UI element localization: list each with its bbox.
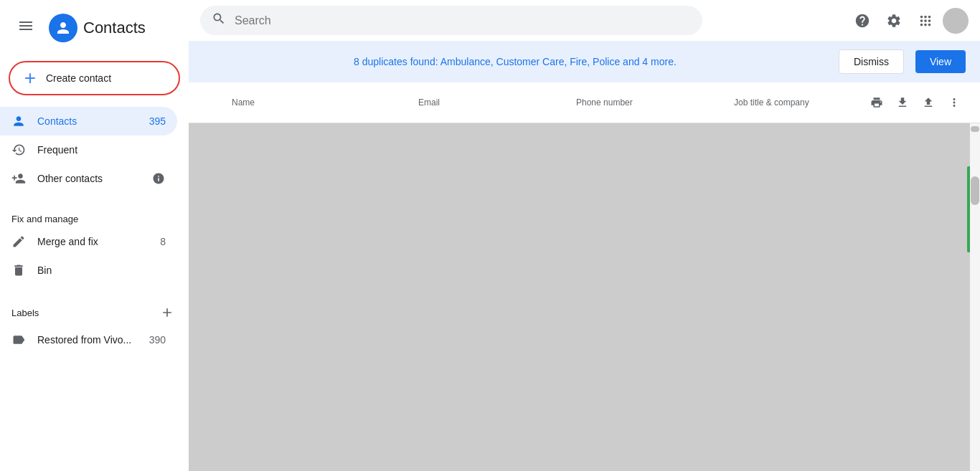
divider-1	[0, 199, 189, 199]
search-icon	[212, 11, 226, 29]
dismiss-button[interactable]: Dismiss	[839, 49, 904, 74]
contacts-list[interactable]	[189, 123, 970, 471]
merge-fix-count: 8	[160, 236, 166, 247]
top-actions	[848, 6, 969, 35]
app-logo: Contacts	[49, 14, 146, 42]
sidebar-item-bin[interactable]: Bin	[0, 256, 177, 285]
table-header: Name Email Phone number Job title & comp…	[189, 82, 980, 123]
bin-icon	[11, 263, 26, 277]
info-icon[interactable]	[151, 171, 166, 186]
labels-header: Labels	[0, 297, 189, 325]
sidebar-item-contacts[interactable]: Contacts 395	[0, 107, 177, 135]
main-content: 8 duplicates found: Ambulance, Customer …	[189, 0, 980, 471]
bin-label: Bin	[37, 265, 166, 276]
column-header-email: Email	[418, 97, 576, 108]
print-button[interactable]	[865, 91, 888, 114]
green-accent-bar	[967, 166, 970, 252]
label-tag-icon	[11, 333, 26, 347]
grid-apps-button[interactable]	[911, 6, 940, 35]
label-name: Restored from Vivo...	[37, 334, 138, 346]
fix-and-manage-title: Fix and manage	[0, 205, 189, 227]
merge-fix-icon	[11, 234, 26, 249]
search-bar	[200, 6, 702, 35]
add-label-button[interactable]	[157, 303, 177, 323]
column-header-phone: Phone number	[576, 97, 734, 108]
column-header-jobtitle: Job title & company	[734, 97, 865, 108]
view-button[interactable]: View	[915, 50, 966, 73]
label-item-restored[interactable]: Restored from Vivo... 390	[0, 325, 177, 354]
sidebar-item-other-contacts[interactable]: Other contacts	[0, 164, 177, 193]
scrollbar[interactable]	[970, 123, 980, 471]
download-button[interactable]	[891, 91, 914, 114]
user-avatar[interactable]	[943, 8, 969, 34]
other-contacts-icon	[11, 171, 26, 186]
label-count: 390	[149, 334, 166, 346]
plus-icon: +	[22, 70, 39, 87]
create-contact-label: Create contact	[46, 72, 111, 84]
sidebar-item-merge-fix[interactable]: Merge and fix 8	[0, 227, 177, 256]
frequent-nav-label: Frequent	[37, 144, 166, 156]
search-input[interactable]	[235, 14, 691, 27]
upload-button[interactable]	[917, 91, 940, 114]
more-options-button[interactable]	[943, 91, 966, 114]
notification-banner: 8 duplicates found: Ambulance, Customer …	[189, 41, 980, 82]
contacts-nav-count: 395	[149, 115, 166, 127]
settings-button[interactable]	[880, 6, 908, 35]
contacts-nav-label: Contacts	[37, 115, 138, 127]
sidebar-header: Contacts	[0, 6, 189, 55]
app-title: Contacts	[83, 19, 146, 37]
content-area	[189, 123, 980, 471]
sidebar: Contacts + Create contact Contacts 395 F…	[0, 0, 189, 471]
logo-avatar	[49, 14, 77, 42]
labels-title: Labels	[11, 308, 157, 318]
contacts-nav-icon	[11, 114, 26, 128]
sidebar-item-frequent[interactable]: Frequent	[0, 135, 177, 164]
merge-fix-label: Merge and fix	[37, 236, 149, 247]
help-button[interactable]	[848, 6, 877, 35]
frequent-nav-icon	[11, 143, 26, 157]
column-header-name: Name	[232, 97, 418, 108]
divider-2	[0, 290, 189, 291]
other-contacts-label: Other contacts	[37, 173, 140, 184]
notification-text: 8 duplicates found: Ambulance, Customer …	[203, 56, 827, 67]
create-contact-button[interactable]: + Create contact	[9, 61, 180, 95]
hamburger-icon[interactable]	[11, 11, 40, 44]
top-bar	[189, 0, 980, 41]
table-actions	[865, 91, 966, 114]
